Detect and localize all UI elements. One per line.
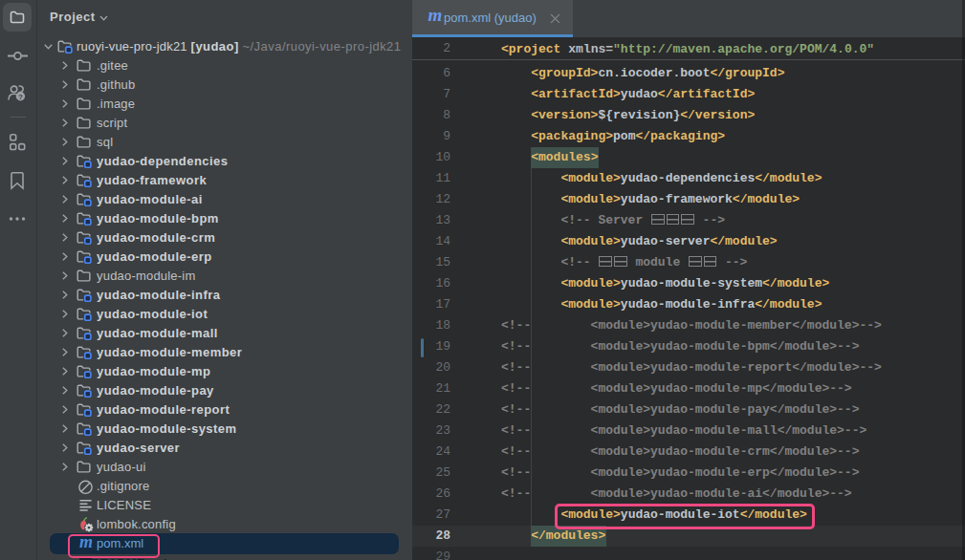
svg-text:?: ? [18,93,23,101]
